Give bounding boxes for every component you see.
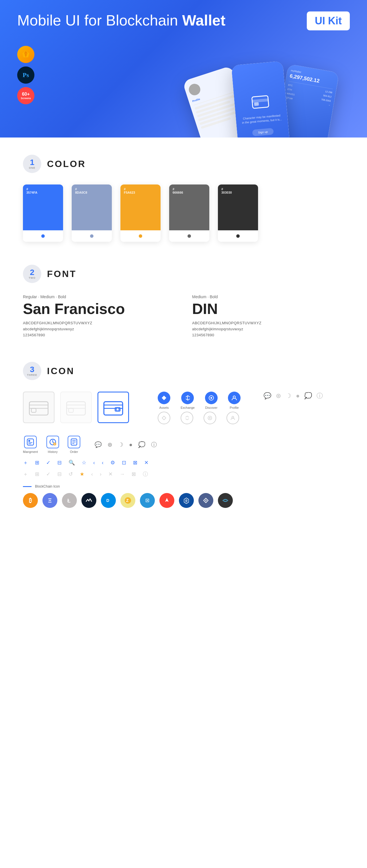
svg-rect-12 [68, 408, 73, 412]
profile-icon-circle[interactable] [228, 392, 241, 404]
font-din-name: DIN [192, 301, 344, 316]
nav-icon-assets: Assets [158, 392, 170, 409]
blockchain-line [23, 486, 32, 487]
info2-icon[interactable]: ⓘ [151, 441, 157, 448]
ethereum-icon: Ξ [43, 493, 57, 508]
svg-point-19 [210, 397, 212, 399]
moon-icon[interactable]: ☽ [286, 392, 291, 400]
icon-number-badge: 3 THREE [23, 362, 41, 380]
discover-icon-circle[interactable] [205, 392, 218, 404]
svg-point-41 [147, 500, 148, 501]
phones-container: Profile Charact [184, 57, 338, 137]
nav-icon-exchange: Exchange [181, 392, 195, 409]
svg-point-23 [209, 417, 211, 419]
ark-icon [160, 493, 174, 508]
profile-ghost-circle[interactable] [227, 412, 239, 424]
swap-icon[interactable]: ⊠ [133, 460, 137, 466]
svg-rect-25 [27, 439, 33, 445]
svg-text:Z: Z [126, 498, 129, 503]
poa-icon [218, 493, 233, 508]
grid2-icon[interactable]: ⊞ [35, 471, 39, 477]
qr2-icon[interactable]: ⊟ [57, 471, 62, 477]
gear-icon[interactable]: ⚙ [110, 460, 115, 466]
svg-text:D: D [106, 498, 109, 503]
svg-point-20 [233, 396, 235, 398]
ui-kit-badge: UI Kit [307, 11, 350, 30]
svg-rect-11 [66, 405, 85, 408]
check2-icon[interactable]: ✓ [46, 471, 51, 477]
forward-icon[interactable]: › [100, 471, 102, 477]
assets-ghost-circle[interactable] [158, 412, 170, 424]
stack-icon[interactable]: ⊛ [108, 441, 112, 448]
crescent-icon[interactable]: ☽ [118, 441, 123, 448]
ps-badge: Ps [17, 66, 34, 84]
small-icons-row-2: ＋ ⊞ ✓ ⊟ ↺ ★ ‹ › ✕ → ⊠ ⓘ [23, 471, 344, 477]
plus2-icon[interactable]: ＋ [23, 471, 28, 477]
color-title: COLOR [47, 159, 86, 169]
chat-icon[interactable]: 💬 [263, 392, 271, 400]
refresh-icon[interactable]: ↺ [68, 471, 73, 477]
star-outline-icon[interactable]: ☆ [82, 460, 86, 466]
assets-icon-circle[interactable] [158, 392, 170, 404]
color-section-header: 1 ONE COLOR [23, 155, 344, 173]
chat2-icon[interactable]: 💬 [94, 441, 102, 448]
info-icon[interactable]: ⓘ [316, 392, 323, 400]
nav-icons-group: Assets Exchange [158, 392, 241, 424]
font-sf-name: San Francisco [23, 301, 175, 316]
plus-icon[interactable]: ＋ [23, 459, 28, 466]
management-icon-item: Mangment [23, 436, 38, 454]
waves-icon [81, 493, 96, 508]
history-icon-item: History [47, 436, 59, 454]
lisk-icon [179, 493, 194, 508]
share-icon[interactable]: ‹ [102, 460, 104, 466]
polymath-icon [198, 493, 213, 508]
qtum-icon [140, 493, 155, 508]
font-din-numbers: 1234567890 [192, 333, 344, 337]
info3-icon[interactable]: ⓘ [143, 471, 148, 477]
order-icon-item: Order [68, 436, 80, 454]
cancel-icon[interactable]: ✕ [108, 471, 113, 477]
search-icon[interactable]: 🔍 [68, 460, 75, 466]
right-small-icons: 💬 ⊛ ☽ ● 💭 ⓘ [263, 392, 323, 400]
order-icon[interactable] [68, 436, 80, 448]
layers-icon[interactable]: ⊛ [276, 392, 281, 400]
wallet-icon-wireframe-2 [60, 392, 92, 423]
svg-point-24 [232, 416, 234, 418]
swap2-icon[interactable]: ⊠ [132, 471, 136, 477]
svg-rect-28 [28, 443, 31, 444]
svg-rect-27 [28, 442, 32, 443]
nav-icon-profile-ghost [227, 412, 239, 424]
grid-icon[interactable]: ⊞ [35, 460, 39, 466]
back2-icon[interactable]: ‹ [91, 471, 93, 477]
exchange-ghost-circle[interactable] [181, 412, 193, 424]
wallet-icon-wireframe-1 [23, 392, 55, 423]
litecoin-icon: Ł [62, 493, 77, 508]
check-icon[interactable]: ✓ [46, 460, 51, 466]
bubble-icon[interactable]: 💭 [138, 441, 145, 448]
svg-rect-8 [29, 405, 48, 408]
icon-top-row: Assets Exchange [23, 392, 344, 424]
circle-icon[interactable]: ● [296, 392, 300, 400]
upload-icon[interactable]: ⊡ [122, 460, 126, 466]
management-icon[interactable] [24, 436, 37, 448]
dot-icon[interactable]: ● [129, 441, 133, 448]
utility-icons-group: 💬 ⊛ ☽ ● 💭 ⓘ [94, 441, 157, 448]
font-din-styles: Medium · Bold [192, 294, 344, 299]
icon-section-header: 3 THREE ICON [23, 362, 344, 380]
swatch-blue: #3574FA [23, 185, 63, 242]
main-content: 1 ONE COLOR #3574FA #8DA0C8 [0, 137, 367, 548]
qr-icon[interactable]: ⊟ [57, 460, 62, 466]
back-icon[interactable]: ‹ [93, 460, 95, 466]
wallet-icon-solid [97, 392, 129, 423]
speech-icon[interactable]: 💭 [304, 392, 312, 400]
star-filled-icon[interactable]: ★ [80, 471, 84, 477]
nav-icon-profile: Profile [228, 392, 241, 409]
next-icon[interactable]: → [119, 471, 125, 477]
discover-ghost-circle[interactable] [204, 412, 216, 424]
bitcoin-icon: ₿ [23, 493, 38, 508]
font-title: FONT [47, 269, 77, 279]
close-icon[interactable]: ✕ [144, 460, 148, 466]
history-icon[interactable] [47, 436, 59, 448]
swatch-grayblue: #8DA0C8 [72, 185, 112, 242]
exchange-icon-circle[interactable] [181, 392, 194, 404]
